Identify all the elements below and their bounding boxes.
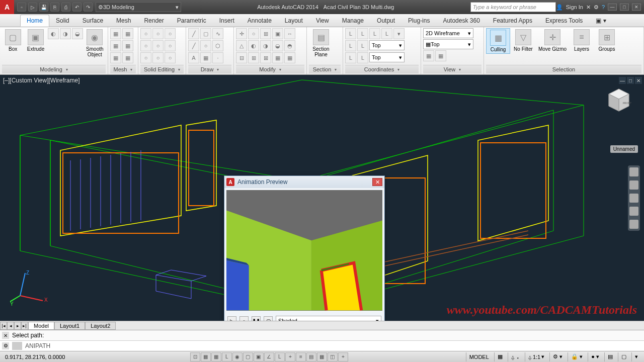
panel-modeling[interactable]: Modeling: [2, 65, 106, 73]
vp-close-icon[interactable]: ✕: [635, 77, 642, 84]
sb-sc[interactable]: ◫: [328, 352, 338, 361]
sb-tpy[interactable]: ▤: [306, 352, 316, 361]
sb-lwt[interactable]: ≡: [296, 352, 306, 361]
sb-ws-icon[interactable]: ⚙ ▾: [549, 352, 566, 361]
sb[interactable]: ▦: [110, 40, 121, 51]
sb-tray-icon[interactable]: ▾: [631, 352, 641, 361]
sb[interactable]: ◐: [48, 28, 59, 39]
layout-2[interactable]: Layout2: [85, 322, 116, 330]
groups-button[interactable]: ⊞Groups: [595, 28, 619, 53]
sb[interactable]: ○: [165, 40, 176, 51]
viewcube-icon[interactable]: FRONT: [604, 85, 634, 115]
sb[interactable]: L: [357, 52, 368, 63]
workspace-dropdown[interactable]: ⚙ 3D Modeling▾: [96, 2, 181, 12]
cmd-handle-icon[interactable]: ⚙: [2, 342, 9, 349]
sb[interactable]: ○: [200, 40, 211, 51]
tab-surface[interactable]: Surface: [76, 15, 110, 27]
tab-home[interactable]: Home: [20, 15, 49, 27]
sb-ducs[interactable]: L: [275, 352, 285, 361]
movegizmo-button[interactable]: ✛Move Gizmo: [536, 28, 569, 53]
ucs-top1[interactable]: Top▾: [369, 40, 405, 50]
tab-parametric[interactable]: Parametric: [171, 15, 213, 27]
save-frame-button[interactable]: ▢: [264, 316, 273, 321]
sb-qp[interactable]: ▦: [317, 352, 327, 361]
sb[interactable]: ╱: [188, 40, 199, 51]
dialog-close-button[interactable]: ✕: [372, 178, 382, 186]
sb[interactable]: ○: [152, 40, 164, 51]
lt-first-icon[interactable]: |◂: [0, 322, 7, 330]
infocenter-icon[interactable]: 👤: [556, 4, 563, 11]
sb[interactable]: ⊞: [260, 28, 271, 39]
panel-section[interactable]: Section: [309, 65, 341, 73]
undo-icon[interactable]: ↶: [72, 3, 82, 12]
sb[interactable]: ⊠: [260, 52, 271, 63]
tab-annotate[interactable]: Annotate: [241, 15, 278, 27]
sb[interactable]: ○: [140, 28, 151, 39]
lt-last-icon[interactable]: ▸|: [21, 322, 28, 330]
sb[interactable]: L: [345, 52, 356, 63]
sb-otrack[interactable]: ∠: [264, 352, 274, 361]
nav-showmotion-icon[interactable]: [629, 220, 638, 229]
sb-lock-icon[interactable]: 🔒 ▾: [568, 352, 586, 361]
sb-am[interactable]: +: [338, 352, 348, 361]
dialog-titlebar[interactable]: A Animation Preview ✕: [224, 176, 384, 188]
panel-selection[interactable]: Selection: [486, 65, 641, 73]
saveas-icon[interactable]: ⎘: [50, 3, 59, 12]
tab-a360[interactable]: Autodesk 360: [436, 15, 486, 27]
sb[interactable]: △: [236, 40, 247, 51]
plot-icon[interactable]: ⎙: [61, 3, 70, 12]
sb-snap[interactable]: ▦: [201, 352, 211, 361]
tab-solid[interactable]: Solid: [49, 15, 76, 27]
tab-output[interactable]: Output: [370, 15, 401, 27]
tab-view[interactable]: View: [309, 15, 336, 27]
tab-render[interactable]: Render: [137, 15, 170, 27]
sb[interactable]: ▦: [122, 52, 133, 63]
sb[interactable]: ○: [165, 28, 176, 39]
sb[interactable]: ▦: [200, 52, 211, 63]
drawing-viewport[interactable]: [–][Custom View][Wireframe] — □ ✕: [0, 75, 644, 321]
layers-button[interactable]: ≡Layers: [570, 28, 594, 53]
sb[interactable]: ◓: [284, 40, 295, 51]
sb-dyn[interactable]: +: [285, 352, 295, 361]
panel-draw[interactable]: Draw: [188, 65, 231, 73]
panel-coordinates[interactable]: Coordinates: [345, 65, 419, 73]
sb[interactable]: ◒: [72, 28, 83, 39]
sb-3dosnap[interactable]: ▣: [254, 352, 264, 361]
tab-express[interactable]: Express Tools: [539, 15, 589, 27]
sb-polar[interactable]: ◉: [232, 352, 243, 361]
sb[interactable]: ▦: [423, 50, 434, 61]
viewport-label[interactable]: [–][Custom View][Wireframe]: [3, 77, 79, 84]
layout-model[interactable]: Model: [28, 322, 54, 330]
ucs-top2[interactable]: Top▾: [369, 52, 405, 62]
sb[interactable]: ⬡: [212, 40, 223, 51]
tab-plugins[interactable]: Plug-ins: [401, 15, 436, 27]
sb[interactable]: ▦: [110, 52, 121, 63]
panel-modify[interactable]: Modify: [236, 65, 304, 73]
sb[interactable]: ○: [152, 52, 164, 63]
help-icon[interactable]: ?: [602, 4, 605, 10]
layout-1[interactable]: Layout1: [54, 322, 85, 330]
tab-insert[interactable]: Insert: [213, 15, 241, 27]
sb[interactable]: ↔: [284, 28, 295, 39]
annotation-scale[interactable]: ⍙ 1:1 ▾: [525, 352, 547, 361]
extrude-button[interactable]: ▣Extrude: [25, 28, 46, 53]
exchange-icon[interactable]: ✕: [586, 4, 591, 11]
minimize-button[interactable]: —: [608, 4, 617, 11]
sb[interactable]: ╱: [188, 28, 199, 39]
view-unnamed-badge[interactable]: Unnamed: [610, 145, 638, 153]
save-icon[interactable]: 💾: [39, 3, 48, 12]
visual-style-dropdown[interactable]: 2D Wireframe▾: [423, 28, 473, 38]
sb[interactable]: L: [357, 28, 368, 39]
search-input[interactable]: Type a keyword or phrase: [470, 2, 556, 12]
sb[interactable]: ▦: [110, 28, 121, 39]
maximize-button[interactable]: □: [620, 4, 629, 11]
sb-grid2[interactable]: ▦: [494, 352, 506, 361]
command-line[interactable]: ✕Select path: ⚙ANIPATH: [0, 330, 644, 351]
sb-grid[interactable]: ▦: [211, 352, 221, 361]
sb[interactable]: ◐: [248, 40, 259, 51]
tab-featured[interactable]: Featured Apps: [487, 15, 539, 27]
panel-view[interactable]: View: [423, 65, 481, 73]
sb[interactable]: L: [381, 28, 392, 39]
box-button[interactable]: ▢Box: [2, 28, 24, 53]
sb[interactable]: ◑: [60, 28, 71, 39]
